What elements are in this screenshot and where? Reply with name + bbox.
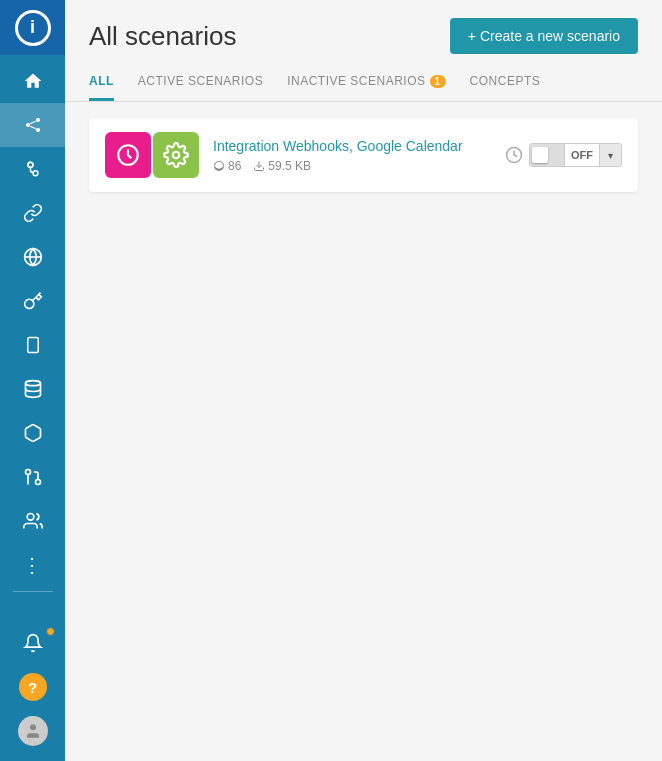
sidebar-item-cube[interactable]	[0, 411, 65, 455]
home-icon	[23, 71, 43, 91]
notification-badge-dot	[46, 627, 55, 636]
sidebar-item-connections[interactable]	[0, 147, 65, 191]
size-meta: 59.5 KB	[253, 159, 311, 173]
sidebar-item-help[interactable]: ?	[0, 665, 65, 709]
scenario-info: Integration Webhooks, Google Calendar 86…	[213, 137, 491, 173]
mobile-icon	[24, 335, 42, 355]
svg-point-17	[30, 724, 36, 730]
key-icon	[23, 291, 43, 311]
sidebar-item-mobile[interactable]	[0, 323, 65, 367]
tab-concepts[interactable]: CONCEPTS	[470, 66, 541, 101]
user-avatar-icon	[24, 722, 42, 740]
svg-point-6	[33, 171, 38, 176]
webhook-icon	[115, 142, 141, 168]
team-icon	[22, 511, 44, 531]
webhook-icon-box	[105, 132, 151, 178]
scenario-controls: OFF ▾	[505, 143, 622, 167]
sidebar-item-team[interactable]	[0, 499, 65, 543]
sidebar-item-git[interactable]	[0, 455, 65, 499]
download-icon	[253, 160, 265, 172]
sidebar-item-profile[interactable]	[0, 709, 65, 753]
svg-line-4	[30, 126, 36, 129]
svg-point-18	[173, 152, 180, 159]
scenario-icons	[105, 132, 199, 178]
toggle-switch[interactable]: OFF ▾	[529, 143, 622, 167]
sidebar-item-scenarios[interactable]	[0, 103, 65, 147]
operations-icon	[213, 160, 225, 172]
scenarios-icon	[23, 115, 43, 135]
sidebar-item-database[interactable]	[0, 367, 65, 411]
avatar	[18, 716, 48, 746]
tabs-bar: ALL ACTIVE SCENARIOS INACTIVE SCENARIOS …	[65, 66, 662, 102]
scenario-name[interactable]: Integration Webhooks, Google Calendar	[213, 137, 491, 155]
gear-icon-box	[153, 132, 199, 178]
tab-active-scenarios[interactable]: ACTIVE SCENARIOS	[138, 66, 263, 101]
page-title: All scenarios	[89, 21, 236, 52]
sidebar-divider	[13, 591, 53, 592]
create-scenario-button[interactable]: + Create a new scenario	[450, 18, 638, 54]
sidebar: i ⋮ ?	[0, 0, 65, 761]
svg-point-7	[28, 162, 33, 167]
sidebar-item-link[interactable]	[0, 191, 65, 235]
sidebar-bottom: ?	[0, 621, 65, 761]
toggle-dropdown-arrow[interactable]: ▾	[599, 144, 621, 166]
help-icon: ?	[19, 673, 47, 701]
inactive-badge: 1	[430, 75, 446, 88]
connections-icon	[23, 159, 43, 179]
svg-point-1	[35, 118, 39, 122]
main-content: All scenarios + Create a new scenario AL…	[65, 0, 662, 761]
globe-icon	[23, 247, 43, 267]
svg-point-14	[25, 470, 30, 475]
toggle-track[interactable]	[530, 144, 564, 166]
logo-icon: i	[15, 10, 51, 46]
sidebar-item-globe[interactable]	[0, 235, 65, 279]
svg-point-0	[25, 123, 29, 127]
operations-meta: 86	[213, 159, 241, 173]
svg-point-12	[25, 381, 40, 386]
scenarios-list: Integration Webhooks, Google Calendar 86…	[65, 102, 662, 761]
toggle-label: OFF	[564, 144, 599, 166]
svg-point-2	[35, 128, 39, 132]
page-header: All scenarios + Create a new scenario	[65, 0, 662, 66]
scenario-meta: 86 59.5 KB	[213, 159, 491, 173]
sidebar-item-notifications[interactable]	[0, 621, 65, 665]
cube-icon	[23, 423, 43, 443]
tab-inactive-scenarios[interactable]: INACTIVE SCENARIOS 1	[287, 66, 445, 101]
app-logo[interactable]: i	[0, 0, 65, 55]
sidebar-item-keys[interactable]	[0, 279, 65, 323]
git-icon	[23, 467, 43, 487]
toggle-thumb	[532, 147, 548, 163]
gear-icon	[163, 142, 189, 168]
bell-icon	[23, 633, 43, 653]
link-icon	[23, 203, 43, 223]
more-dots-icon: ⋮	[22, 553, 43, 577]
svg-line-3	[30, 121, 36, 124]
sidebar-item-more[interactable]: ⋮	[0, 543, 65, 587]
database-icon	[23, 379, 43, 399]
schedule-icon[interactable]	[505, 146, 523, 164]
sidebar-item-home[interactable]	[0, 59, 65, 103]
svg-point-13	[35, 480, 40, 485]
tab-all[interactable]: ALL	[89, 66, 114, 101]
scenario-card: Integration Webhooks, Google Calendar 86…	[89, 118, 638, 192]
svg-point-16	[27, 514, 34, 521]
